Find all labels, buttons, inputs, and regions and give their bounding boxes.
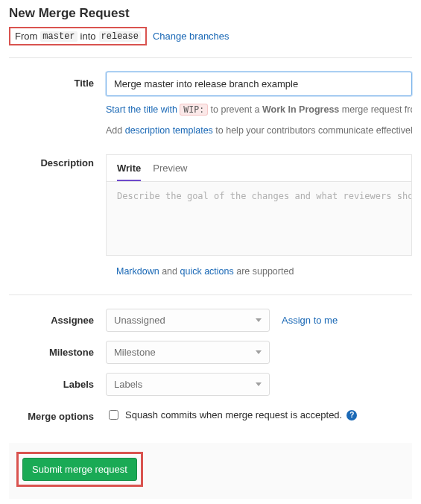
hint2-post: to help your contributors communicate ef… (213, 125, 412, 136)
desc-templates-link[interactable]: description templates (125, 125, 213, 136)
milestone-value: Milestone (114, 347, 156, 358)
title-hint: Start the title with WIP: to prevent a W… (106, 102, 412, 117)
milestone-select[interactable]: Milestone (106, 341, 270, 364)
squash-checkbox-row[interactable]: Squash commits when merge request is acc… (106, 405, 412, 422)
assignee-select[interactable]: Unassigned (106, 309, 270, 332)
footer-post: are supported (234, 266, 294, 277)
squash-checkbox[interactable] (109, 410, 118, 420)
description-textarea[interactable]: Describe the goal of the changes and wha… (106, 181, 412, 256)
tab-write[interactable]: Write (117, 163, 141, 181)
hint2-pre: Add (106, 125, 125, 136)
hint-post: merge request from be (339, 104, 412, 115)
submit-merge-request-button[interactable]: Submit merge request (22, 458, 137, 481)
source-branch: master (40, 31, 77, 42)
chevron-down-icon (256, 318, 262, 322)
wip-code: WIP: (180, 104, 208, 116)
description-label: Description (9, 151, 106, 168)
divider (9, 294, 412, 295)
assign-to-me-link[interactable]: Assign to me (282, 315, 338, 326)
milestone-label: Milestone (9, 341, 106, 358)
description-footer: Markdown and quick actions are supported (106, 266, 412, 277)
page-title: New Merge Request (9, 6, 412, 21)
branch-info: From master into release Change branches (9, 27, 412, 45)
title-hint-2: Add description templates to help your c… (106, 123, 412, 138)
labels-value: Labels (114, 379, 142, 390)
change-branches-link[interactable]: Change branches (153, 31, 230, 42)
chevron-down-icon (256, 382, 262, 386)
footer-and: and (159, 266, 180, 277)
labels-label: Labels (9, 373, 106, 390)
target-branch: release (99, 31, 141, 42)
hint-bold: Work In Progress (262, 104, 339, 115)
submit-area: Submit merge request (9, 443, 412, 499)
help-icon[interactable]: ? (346, 410, 357, 420)
tab-preview[interactable]: Preview (153, 163, 187, 181)
divider (9, 57, 412, 58)
wip-hint-link[interactable]: Start the title with (106, 104, 180, 115)
branch-box: From master into release (9, 27, 147, 45)
chevron-down-icon (256, 350, 262, 354)
markdown-link[interactable]: Markdown (116, 266, 159, 277)
title-label: Title (9, 72, 106, 89)
squash-label: Squash commits when merge request is acc… (125, 409, 342, 420)
submit-highlight: Submit merge request (16, 452, 143, 487)
hint-mid: to prevent a (208, 104, 262, 115)
description-tabs: Write Preview (106, 154, 412, 181)
title-input[interactable] (106, 72, 412, 96)
labels-select[interactable]: Labels (106, 373, 270, 396)
merge-options-label: Merge options (9, 405, 106, 422)
branch-mid: into (80, 31, 96, 42)
quick-actions-link[interactable]: quick actions (180, 266, 233, 277)
branch-prefix: From (15, 31, 37, 42)
assignee-label: Assignee (9, 309, 106, 326)
assignee-value: Unassigned (114, 315, 165, 326)
